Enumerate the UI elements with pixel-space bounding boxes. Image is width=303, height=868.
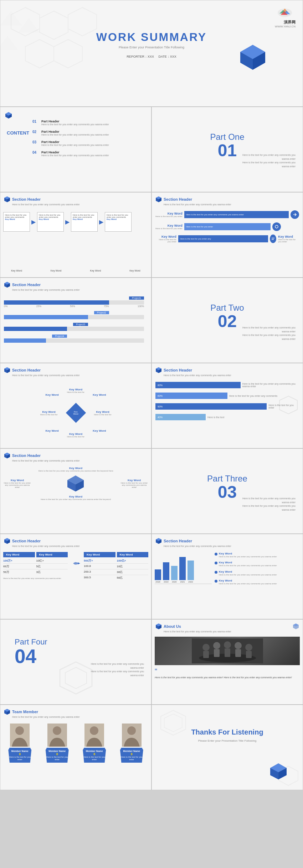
table2-row-2: 100.8 10亿 [84,564,148,569]
right-kw-2: Key Word Here is the text for you enter … [119,479,149,488]
row-5: Section Header Here is the text for you … [0,363,303,448]
member-4-photo [122,724,142,747]
kw-list-4: Key Word Here is the text for you enter … [215,579,300,585]
slide-flow: Section Header Here is the text for you … [0,192,152,278]
svg-marker-10 [68,7,97,36]
slide-part-two: Part Two 02 Here is the text for you ent… [152,278,303,363]
slide-cube-diagram: Section Header Here is the text for you … [0,448,152,534]
cubedag-header: Section Header Here is the text for you … [4,452,80,462]
svg-point-68 [213,642,220,649]
cube-icon-small [5,111,12,119]
svg-point-25 [275,225,278,228]
kw-bar-3: Here is the text for you enter any [178,235,268,242]
slide-team: Team Member Here is the text for you ent… [0,705,152,790]
prog-title: Section Header [12,283,41,287]
content-label: CONTENT [7,130,29,136]
dt-cube-icon [4,538,10,544]
svg-marker-51 [78,562,80,564]
left-kw-2: Key Word Here is the text for you enter … [2,479,32,488]
kw-list-3: Key Word Here is the text for you enter … [215,570,300,576]
kw-header: Section Header Here is the text for you … [155,196,231,206]
kw-bar-2: Here is the text for you enter [184,223,271,230]
cubedag-title: Section Header [12,453,41,458]
svg-marker-9 [40,11,68,40]
team-title: Team Member [12,710,38,714]
bottomleft-kw: Key Word [46,429,59,432]
svg-rect-75 [246,651,252,658]
table-2: Key Word Key Word 500万+ 100亿+ 100.8 10亿 … [84,552,148,580]
table2-header: Key Word Key Word [84,552,148,557]
part-one-desc: Here is the text for you enter any comme… [238,153,296,168]
brand-logo: 演界网 WWW.YANJ.CN [274,6,296,28]
diamond-center-area: KeyWord Key Word Here is the text for Ke… [40,386,112,440]
kw-row-2: Key Word Here is the text for you enter … [155,222,299,231]
flow-header: Section Header Here is the text for you … [4,196,80,206]
kw-content: Key Word Here is the text for you enter … [155,210,299,243]
slide-part-three: Part Three 03 Here is the text for you e… [152,448,303,534]
bar-2019: 2019 [163,562,169,583]
flow-box-2: Here is the text for you enter any comme… [37,212,64,232]
table2-row-4: 300.5 50亿 [84,576,148,580]
flow-arrow-1: ▶ [31,219,36,225]
svg-point-70 [224,641,231,648]
slide-thanks: Thanks For Listening Please Enter your P… [152,705,303,790]
about-photo [155,637,300,665]
top-kw-2: Key Word Here is the text for you enter … [2,467,149,472]
about-cube-icon-right [293,623,299,630]
kw-cube-icon [155,196,162,202]
about-quote-text: Here is the text for you enter any comme… [155,676,300,680]
part-two-label: Part Two [210,303,244,313]
bc-sub: Here is the text for you enter any comme… [164,545,231,547]
middle-row: Key Word Here is the text for you enter … [2,474,149,493]
row-9: Team Member Here is the text for you ent… [0,705,303,790]
kw-row-1: Key Word Here is the text for you enter … [155,210,299,219]
team-members: Member Name 8 Here is the text for you e… [2,724,149,763]
part-two-desc: Here is the text for you enter any comme… [238,326,296,341]
kw-list-1: Key Word Here is the text for you enter … [215,552,300,558]
content-header [5,111,12,119]
content-items: 01 Part HeaderHere is the text for you e… [32,120,148,161]
row-8: Part Four 04 Here is the text for you en… [0,619,303,705]
member-4: Member Name 8 Here is the text for you e… [116,724,147,763]
table1-header: Key Word Key Word [3,552,68,557]
prog-cube-icon [4,282,10,288]
flow-arrow-2: ▶ [65,219,70,225]
flow-box-1: Here is the text for you enter any comme… [3,212,30,232]
table1-row-1: 100万+ 10亿+ [3,559,68,564]
flow-sub: Here is the text for you enter any comme… [12,203,80,206]
svg-point-87 [127,726,136,735]
prog-row-4: Project4 [4,335,144,343]
table2-row-1: 500万+ 100亿+ [84,559,148,564]
svg-point-83 [53,726,61,735]
dt-sub: Here is the text for you enter any comme… [12,545,80,547]
slide-keywords: Section Header Here is the text for you … [152,192,303,278]
svg-rect-67 [203,651,209,658]
team-cube-icon [4,709,10,715]
brand-name: 演界网 [274,20,296,25]
part-three-desc: Here is the text for you enter any comme… [238,497,296,512]
part-one-label: Part One [210,132,244,142]
about-quote: " Here is the text for you enter any com… [155,668,300,680]
slide-part-four: Part Four 04 Here is the text for you en… [0,619,152,705]
table1-footer: Here is the text for you enter any comme… [3,577,68,580]
hbar-bg-hex [278,394,299,417]
slide-datatables: Section Header Here is the text for you … [0,534,152,619]
row-4: Section Header Here is the text for you … [0,278,303,363]
team-sub: Here is the text for you enter any comme… [12,716,80,718]
svg-marker-11 [25,40,54,68]
kw-icon-2 [272,222,281,231]
svg-point-85 [90,726,98,735]
part4-bg-hex [58,660,94,697]
hbar-row-1: 80% Here is the text for you enter any c… [155,382,299,388]
bc-title: Section Header [164,539,192,543]
table-arrow [71,552,80,568]
center-diamond: KeyWord [69,406,83,420]
kw-sub: Here is the text for you enter any comme… [164,203,231,206]
flow-cube-icon [4,196,10,202]
kw-icon-3 [270,235,277,243]
top-kw: Key Word Here is the text for [67,388,84,393]
member-2-badge: Member Name 8 Here is the text for you e… [44,748,70,763]
slide-hbars: Section Header Here is the text for you … [152,363,303,448]
bc-content: 2018 2019 2020 2021 [155,552,300,585]
hbar-title: Section Header [164,368,192,372]
